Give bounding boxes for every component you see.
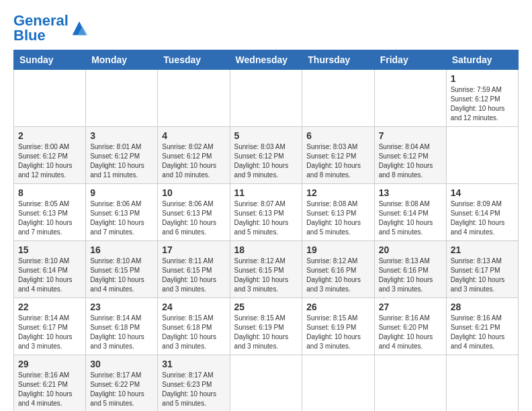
day-info: Sunrise: 7:59 AMSunset: 6:12 PMDaylight:… xyxy=(451,85,514,123)
day-cell-8: 8Sunrise: 8:05 AMSunset: 6:13 PMDaylight… xyxy=(14,184,86,241)
day-info: Sunrise: 8:15 AMSunset: 6:19 PMDaylight:… xyxy=(234,314,298,351)
day-num: 27 xyxy=(379,302,442,312)
day-num: 11 xyxy=(234,187,298,198)
calendar-week-3: 15Sunrise: 8:10 AMSunset: 6:14 PMDayligh… xyxy=(14,241,519,298)
day-cell-29: 29Sunrise: 8:16 AMSunset: 6:21 PMDayligh… xyxy=(14,355,86,412)
logo-icon xyxy=(70,19,89,38)
day-cell-14: 14Sunrise: 8:09 AMSunset: 6:14 PMDayligh… xyxy=(446,184,518,241)
day-info: Sunrise: 8:17 AMSunset: 6:22 PMDaylight:… xyxy=(90,371,153,408)
day-info: Sunrise: 8:02 AMSunset: 6:12 PMDaylight:… xyxy=(162,142,225,180)
header-friday: Friday xyxy=(374,50,446,70)
day-cell-4: 4Sunrise: 8:02 AMSunset: 6:12 PMDaylight… xyxy=(158,127,230,184)
day-num: 31 xyxy=(162,359,225,369)
day-cell-6: 6Sunrise: 8:03 AMSunset: 6:12 PMDaylight… xyxy=(302,127,374,184)
day-cell-1: 1Sunrise: 7:59 AMSunset: 6:12 PMDaylight… xyxy=(446,70,518,127)
day-info: Sunrise: 8:07 AMSunset: 6:13 PMDaylight:… xyxy=(234,199,298,237)
day-info: Sunrise: 8:11 AMSunset: 6:15 PMDaylight:… xyxy=(162,257,225,294)
day-num: 3 xyxy=(90,130,153,141)
header-tuesday: Tuesday xyxy=(158,50,230,70)
day-num: 12 xyxy=(306,187,369,198)
empty-cell xyxy=(158,70,230,127)
day-info: Sunrise: 8:12 AMSunset: 6:15 PMDaylight:… xyxy=(234,257,298,294)
day-num: 6 xyxy=(306,130,369,141)
day-cell-10: 10Sunrise: 8:06 AMSunset: 6:13 PMDayligh… xyxy=(158,184,230,241)
day-cell-21: 21Sunrise: 8:13 AMSunset: 6:17 PMDayligh… xyxy=(446,241,518,298)
calendar-table: SundayMondayTuesdayWednesdayThursdayFrid… xyxy=(13,50,519,411)
empty-cell xyxy=(302,70,374,127)
logo-text: General Blue xyxy=(13,13,69,43)
empty-cell xyxy=(86,70,158,127)
day-info: Sunrise: 8:05 AMSunset: 6:13 PMDaylight:… xyxy=(18,199,81,237)
day-num: 2 xyxy=(18,130,81,141)
day-cell-5: 5Sunrise: 8:03 AMSunset: 6:12 PMDaylight… xyxy=(230,127,302,184)
day-cell-15: 15Sunrise: 8:10 AMSunset: 6:14 PMDayligh… xyxy=(14,241,86,298)
day-info: Sunrise: 8:16 AMSunset: 6:21 PMDaylight:… xyxy=(18,371,81,408)
day-cell-11: 11Sunrise: 8:07 AMSunset: 6:13 PMDayligh… xyxy=(230,184,302,241)
day-num: 20 xyxy=(379,244,442,255)
day-num: 23 xyxy=(90,302,153,312)
day-num: 25 xyxy=(234,302,298,312)
day-num: 4 xyxy=(162,130,225,141)
calendar-week-2: 8Sunrise: 8:05 AMSunset: 6:13 PMDaylight… xyxy=(14,184,519,241)
day-num: 1 xyxy=(451,73,514,84)
calendar-week-5: 29Sunrise: 8:16 AMSunset: 6:21 PMDayligh… xyxy=(14,355,519,412)
empty-cell xyxy=(374,70,446,127)
day-info: Sunrise: 8:16 AMSunset: 6:20 PMDaylight:… xyxy=(379,314,442,351)
empty-cell xyxy=(446,127,518,184)
calendar-week-1: 2Sunrise: 8:00 AMSunset: 6:12 PMDaylight… xyxy=(14,127,519,184)
day-num: 7 xyxy=(379,130,442,141)
day-cell-28: 28Sunrise: 8:16 AMSunset: 6:21 PMDayligh… xyxy=(446,298,518,355)
header-sunday: Sunday xyxy=(14,50,86,70)
day-num: 8 xyxy=(18,187,81,198)
day-cell-12: 12Sunrise: 8:08 AMSunset: 6:13 PMDayligh… xyxy=(302,184,374,241)
day-cell-20: 20Sunrise: 8:13 AMSunset: 6:16 PMDayligh… xyxy=(374,241,446,298)
day-info: Sunrise: 8:06 AMSunset: 6:13 PMDaylight:… xyxy=(90,199,153,237)
header-saturday: Saturday xyxy=(446,50,518,70)
day-info: Sunrise: 8:13 AMSunset: 6:16 PMDaylight:… xyxy=(379,257,442,294)
day-num: 26 xyxy=(306,302,369,312)
day-cell-3: 3Sunrise: 8:01 AMSunset: 6:12 PMDaylight… xyxy=(86,127,158,184)
empty-cell xyxy=(230,355,302,412)
day-cell-22: 22Sunrise: 8:14 AMSunset: 6:17 PMDayligh… xyxy=(14,298,86,355)
day-num: 28 xyxy=(451,302,514,312)
day-num: 22 xyxy=(18,302,81,312)
day-info: Sunrise: 8:00 AMSunset: 6:12 PMDaylight:… xyxy=(18,142,81,180)
empty-cell xyxy=(446,355,518,412)
day-info: Sunrise: 8:09 AMSunset: 6:14 PMDaylight:… xyxy=(451,199,514,237)
header-thursday: Thursday xyxy=(302,50,374,70)
page-header: General Blue xyxy=(13,13,519,43)
day-cell-24: 24Sunrise: 8:15 AMSunset: 6:18 PMDayligh… xyxy=(158,298,230,355)
day-cell-31: 31Sunrise: 8:17 AMSunset: 6:23 PMDayligh… xyxy=(158,355,230,412)
day-num: 14 xyxy=(451,187,514,198)
empty-cell xyxy=(302,355,374,412)
day-info: Sunrise: 8:08 AMSunset: 6:14 PMDaylight:… xyxy=(379,199,442,237)
day-info: Sunrise: 8:12 AMSunset: 6:16 PMDaylight:… xyxy=(306,257,369,294)
day-info: Sunrise: 8:13 AMSunset: 6:17 PMDaylight:… xyxy=(451,257,514,294)
day-info: Sunrise: 8:03 AMSunset: 6:12 PMDaylight:… xyxy=(234,142,298,180)
header-monday: Monday xyxy=(86,50,158,70)
empty-cell xyxy=(374,355,446,412)
calendar-week-4: 22Sunrise: 8:14 AMSunset: 6:17 PMDayligh… xyxy=(14,298,519,355)
day-cell-17: 17Sunrise: 8:11 AMSunset: 6:15 PMDayligh… xyxy=(158,241,230,298)
logo: General Blue xyxy=(13,13,89,43)
day-num: 30 xyxy=(90,359,153,369)
day-info: Sunrise: 8:08 AMSunset: 6:13 PMDaylight:… xyxy=(306,199,369,237)
day-info: Sunrise: 8:16 AMSunset: 6:21 PMDaylight:… xyxy=(451,314,514,351)
day-cell-2: 2Sunrise: 8:00 AMSunset: 6:12 PMDaylight… xyxy=(14,127,86,184)
day-num: 16 xyxy=(90,244,153,255)
day-cell-16: 16Sunrise: 8:10 AMSunset: 6:15 PMDayligh… xyxy=(86,241,158,298)
day-cell-27: 27Sunrise: 8:16 AMSunset: 6:20 PMDayligh… xyxy=(374,298,446,355)
day-cell-13: 13Sunrise: 8:08 AMSunset: 6:14 PMDayligh… xyxy=(374,184,446,241)
day-num: 17 xyxy=(162,244,225,255)
day-info: Sunrise: 8:10 AMSunset: 6:14 PMDaylight:… xyxy=(18,257,81,294)
day-num: 29 xyxy=(18,359,81,369)
day-info: Sunrise: 8:10 AMSunset: 6:15 PMDaylight:… xyxy=(90,257,153,294)
logo-blue: Blue xyxy=(13,27,46,44)
day-info: Sunrise: 8:14 AMSunset: 6:17 PMDaylight:… xyxy=(18,314,81,351)
day-info: Sunrise: 8:04 AMSunset: 6:12 PMDaylight:… xyxy=(379,142,442,180)
day-cell-23: 23Sunrise: 8:14 AMSunset: 6:18 PMDayligh… xyxy=(86,298,158,355)
calendar-header-row: SundayMondayTuesdayWednesdayThursdayFrid… xyxy=(14,50,519,70)
day-num: 15 xyxy=(18,244,81,255)
day-cell-18: 18Sunrise: 8:12 AMSunset: 6:15 PMDayligh… xyxy=(230,241,302,298)
day-num: 18 xyxy=(234,244,298,255)
